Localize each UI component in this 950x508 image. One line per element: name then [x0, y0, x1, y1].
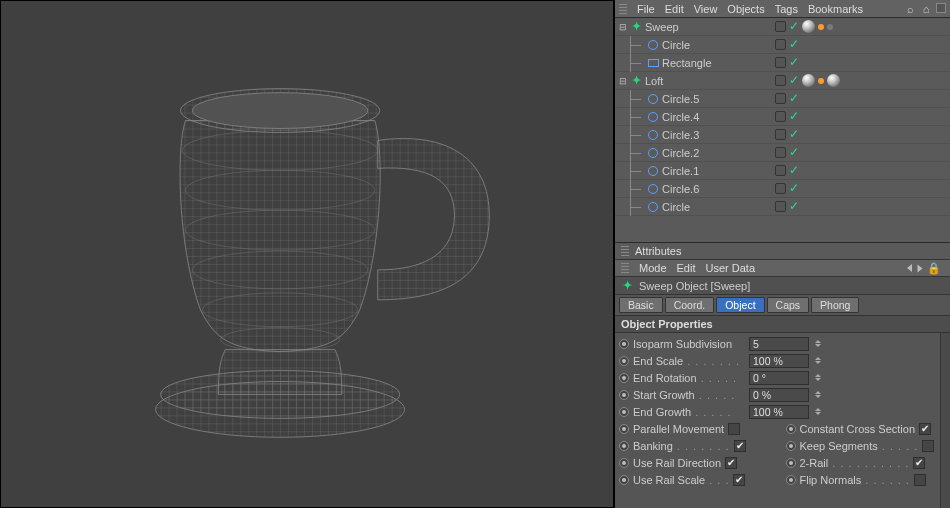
- nav-up-icon[interactable]: [918, 264, 923, 272]
- enable-check-icon[interactable]: ✓: [789, 111, 799, 122]
- prop-toggle[interactable]: [619, 424, 629, 434]
- tree-item-label[interactable]: Sweep: [645, 21, 679, 33]
- panel-grip-icon[interactable]: [619, 4, 627, 14]
- enable-check-icon[interactable]: ✓: [789, 165, 799, 176]
- home-icon[interactable]: ⌂: [920, 3, 932, 15]
- tree-row[interactable]: Circle.1✓: [615, 162, 950, 180]
- tree-row[interactable]: Rectangle✓: [615, 54, 950, 72]
- banking-checkbox[interactable]: ✔: [734, 440, 746, 452]
- enable-check-icon[interactable]: ✓: [789, 93, 799, 104]
- menu-bookmarks[interactable]: Bookmarks: [808, 3, 863, 15]
- prop-toggle[interactable]: [786, 475, 796, 485]
- prop-toggle[interactable]: [786, 441, 796, 451]
- userail-checkbox[interactable]: ✔: [725, 457, 737, 469]
- panel-undock-icon[interactable]: [936, 3, 946, 13]
- constcross-checkbox[interactable]: ✔: [919, 423, 931, 435]
- spinner-icon[interactable]: [815, 337, 823, 351]
- userailscale-checkbox[interactable]: ✔: [733, 474, 745, 486]
- tree-row[interactable]: Circle.2✓: [615, 144, 950, 162]
- layer-dot-icon[interactable]: [775, 165, 786, 176]
- keepseg-checkbox[interactable]: [922, 440, 934, 452]
- enable-check-icon[interactable]: ✓: [789, 129, 799, 140]
- prop-toggle[interactable]: [786, 458, 796, 468]
- spinner-icon[interactable]: [815, 371, 823, 385]
- tag-dot-icon[interactable]: [827, 24, 833, 30]
- spinner-icon[interactable]: [815, 405, 823, 419]
- material-tag-icon[interactable]: [802, 74, 815, 87]
- startgrow-field[interactable]: 0 %: [749, 388, 809, 402]
- menu-edit[interactable]: Edit: [665, 3, 684, 15]
- object-tree[interactable]: ⊟✦Sweep✓Circle✓Rectangle✓⊟✦Loft✓Circle.5…: [615, 18, 950, 243]
- material-tag-icon[interactable]: [802, 20, 815, 33]
- scrollbar[interactable]: [940, 333, 950, 508]
- attr-menu-mode[interactable]: Mode: [639, 262, 667, 274]
- menu-objects[interactable]: Objects: [727, 3, 764, 15]
- flipnorm-checkbox[interactable]: [914, 474, 926, 486]
- tree-item-label[interactable]: Circle: [662, 39, 690, 51]
- panel-grip-icon[interactable]: [621, 263, 629, 273]
- spinner-icon[interactable]: [815, 354, 823, 368]
- tree-row[interactable]: Circle.4✓: [615, 108, 950, 126]
- enable-check-icon[interactable]: ✓: [789, 21, 799, 32]
- enable-check-icon[interactable]: ✓: [789, 75, 799, 86]
- endgrow-field[interactable]: 100 %: [749, 405, 809, 419]
- prop-toggle[interactable]: [619, 407, 629, 417]
- tree-item-label[interactable]: Circle.4: [662, 111, 699, 123]
- layer-dot-icon[interactable]: [775, 93, 786, 104]
- tree-item-label[interactable]: Circle.6: [662, 183, 699, 195]
- tree-item-label[interactable]: Rectangle: [662, 57, 712, 69]
- layer-dot-icon[interactable]: [775, 201, 786, 212]
- lock-icon[interactable]: 🔒: [928, 262, 940, 274]
- menu-view[interactable]: View: [694, 3, 718, 15]
- endrot-field[interactable]: 0 °: [749, 371, 809, 385]
- enable-check-icon[interactable]: ✓: [789, 57, 799, 68]
- menu-tags[interactable]: Tags: [775, 3, 798, 15]
- tree-row[interactable]: Circle✓: [615, 36, 950, 54]
- tab-coord[interactable]: Coord.: [665, 297, 715, 313]
- tree-item-label[interactable]: Circle.2: [662, 147, 699, 159]
- prop-toggle[interactable]: [619, 458, 629, 468]
- tree-row[interactable]: Circle✓: [615, 198, 950, 216]
- tag-dot-icon[interactable]: [818, 78, 824, 84]
- enable-check-icon[interactable]: ✓: [789, 39, 799, 50]
- prop-toggle[interactable]: [619, 373, 629, 383]
- layer-dot-icon[interactable]: [775, 147, 786, 158]
- parallel-checkbox[interactable]: [728, 423, 740, 435]
- layer-dot-icon[interactable]: [775, 21, 786, 32]
- layer-dot-icon[interactable]: [775, 57, 786, 68]
- tree-item-label[interactable]: Loft: [645, 75, 663, 87]
- tag-dot-icon[interactable]: [818, 24, 824, 30]
- tab-caps[interactable]: Caps: [767, 297, 810, 313]
- panel-grip-icon[interactable]: [621, 246, 629, 256]
- tree-item-label[interactable]: Circle.3: [662, 129, 699, 141]
- tab-basic[interactable]: Basic: [619, 297, 663, 313]
- viewport[interactable]: [0, 0, 614, 508]
- layer-dot-icon[interactable]: [775, 129, 786, 140]
- attr-menu-edit[interactable]: Edit: [677, 262, 696, 274]
- prop-toggle[interactable]: [619, 390, 629, 400]
- tree-row[interactable]: Circle.3✓: [615, 126, 950, 144]
- isoparm-field[interactable]: 5: [749, 337, 809, 351]
- expand-icon[interactable]: ⊟: [619, 22, 627, 32]
- tree-item-label[interactable]: Circle: [662, 201, 690, 213]
- tree-row[interactable]: Circle.6✓: [615, 180, 950, 198]
- tworail-checkbox[interactable]: ✔: [913, 457, 925, 469]
- layer-dot-icon[interactable]: [775, 75, 786, 86]
- tree-row[interactable]: Circle.5✓: [615, 90, 950, 108]
- tree-row[interactable]: ⊟✦Loft✓: [615, 72, 950, 90]
- prop-toggle[interactable]: [786, 424, 796, 434]
- nav-back-icon[interactable]: [907, 264, 912, 272]
- prop-toggle[interactable]: [619, 339, 629, 349]
- enable-check-icon[interactable]: ✓: [789, 201, 799, 212]
- prop-toggle[interactable]: [619, 441, 629, 451]
- spinner-icon[interactable]: [815, 388, 823, 402]
- layer-dot-icon[interactable]: [775, 111, 786, 122]
- material-tag-icon[interactable]: [827, 74, 840, 87]
- expand-icon[interactable]: ⊟: [619, 76, 627, 86]
- enable-check-icon[interactable]: ✓: [789, 183, 799, 194]
- tree-item-label[interactable]: Circle.5: [662, 93, 699, 105]
- tab-object[interactable]: Object: [716, 297, 764, 313]
- endscale-field[interactable]: 100 %: [749, 354, 809, 368]
- layer-dot-icon[interactable]: [775, 183, 786, 194]
- tab-phong[interactable]: Phong: [811, 297, 859, 313]
